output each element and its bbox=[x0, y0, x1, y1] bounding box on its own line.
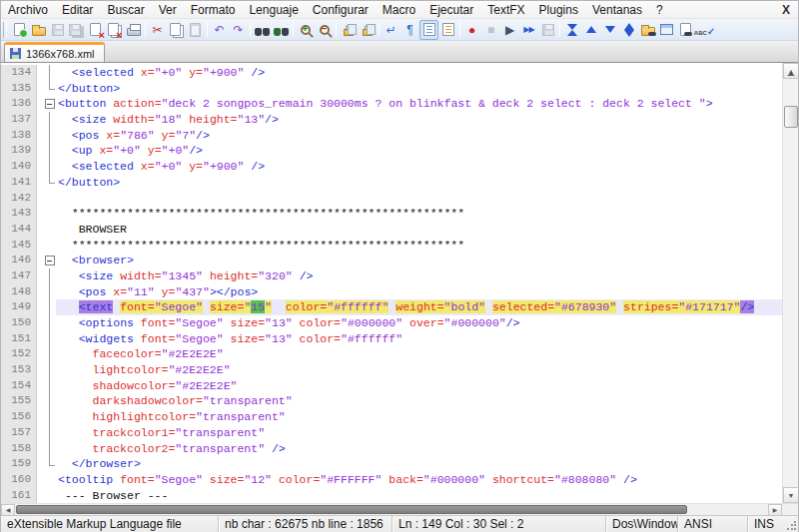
menu-plugins[interactable]: Plugins bbox=[532, 3, 585, 17]
code-text: </button> bbox=[56, 175, 782, 191]
code-line-158[interactable]: 158 trackcolor2="transparent" /> bbox=[1, 441, 782, 457]
code-line-134[interactable]: 134 <selected x="+0" y="+900" /> bbox=[1, 65, 782, 81]
code-text: trackcolor2="transparent" /> bbox=[56, 441, 782, 457]
spell-check-button[interactable] bbox=[695, 20, 714, 40]
code-line-157[interactable]: 157 trackcolor1="transparent" bbox=[1, 425, 782, 441]
line-number: 137 bbox=[1, 112, 37, 128]
toolbar-grip[interactable] bbox=[3, 22, 7, 38]
code-line-141[interactable]: 141</button> bbox=[1, 175, 782, 191]
code-line-138[interactable]: 138 <pos x="786" y="7"/> bbox=[1, 128, 782, 144]
fold-collapse-icon[interactable] bbox=[43, 253, 56, 268]
textfx-down-button[interactable] bbox=[600, 20, 619, 40]
word-wrap-button[interactable]: ↵ bbox=[382, 20, 400, 40]
menu-macro[interactable]: Macro bbox=[376, 3, 422, 17]
code-line-149[interactable]: 149 <text font="Segoe" size="15" color="… bbox=[1, 299, 782, 315]
zoom-out-button[interactable] bbox=[315, 20, 334, 40]
code-line-154[interactable]: 154 shadowcolor="#2E2E2E" bbox=[1, 378, 782, 394]
paste-button[interactable] bbox=[186, 20, 205, 40]
vertical-scrollbar-thumb[interactable] bbox=[784, 106, 798, 128]
menu-buscar[interactable]: Buscar bbox=[100, 3, 151, 17]
code-line-152[interactable]: 152 facecolor="#2E2E2E" bbox=[1, 346, 782, 362]
window-close-button[interactable]: X bbox=[774, 3, 798, 17]
menu-textfx[interactable]: TextFX bbox=[480, 3, 531, 17]
menu-ver[interactable]: Ver bbox=[152, 3, 184, 17]
macro-record-button[interactable]: ● bbox=[462, 20, 481, 40]
menu-configurar[interactable]: Configurar bbox=[306, 3, 376, 17]
scroll-right-arrow-icon[interactable]: ▶ bbox=[768, 504, 782, 516]
code-line-144[interactable]: 144 BROWSER bbox=[1, 222, 782, 238]
undo-button[interactable]: ↶ bbox=[210, 20, 229, 40]
macro-save-button[interactable] bbox=[538, 20, 557, 40]
close-file-button[interactable] bbox=[86, 20, 105, 40]
save-all-icon bbox=[69, 24, 81, 36]
save-file-button[interactable] bbox=[48, 20, 67, 40]
new-window-button[interactable] bbox=[657, 20, 676, 40]
menu-ejecutar[interactable]: Ejecutar bbox=[422, 3, 480, 17]
macro-run-multiple-button[interactable]: ▶▶ bbox=[519, 20, 538, 40]
code-line-146[interactable]: 146 <browser> bbox=[1, 253, 782, 268]
code-area[interactable]: 134 <selected x="+0" y="+900" />135</but… bbox=[1, 63, 782, 503]
horizontal-scrollbar[interactable]: ◀ ▶ bbox=[1, 503, 782, 515]
code-line-150[interactable]: 150 <options font="Segoe" size="13" colo… bbox=[1, 315, 782, 331]
textfx-first-button[interactable] bbox=[562, 20, 581, 40]
find-results-button[interactable] bbox=[676, 20, 695, 40]
close-all-button[interactable] bbox=[105, 20, 124, 40]
show-indent-guide-button[interactable] bbox=[419, 20, 438, 40]
code-line-140[interactable]: 140 <selected x="+0" y="+900" /> bbox=[1, 159, 782, 175]
print-button[interactable] bbox=[124, 20, 143, 40]
tab-active[interactable]: 1366x768.xml bbox=[4, 42, 105, 62]
sync-vertical-scrolling-button[interactable] bbox=[339, 20, 358, 40]
horizontal-scrollbar-thumb[interactable] bbox=[16, 505, 687, 514]
code-line-153[interactable]: 153 lightcolor="#2E2E2E" bbox=[1, 362, 782, 378]
code-line-139[interactable]: 139 <up x="+0" y="+0"/> bbox=[1, 143, 782, 159]
textfx-up-button[interactable] bbox=[581, 20, 600, 40]
open-file-button[interactable] bbox=[29, 20, 48, 40]
code-line-160[interactable]: 160<tooltip font="Segoe" size="12" color… bbox=[1, 472, 782, 488]
find-replace-button[interactable] bbox=[272, 20, 291, 40]
code-line-151[interactable]: 151 <widgets font="Segoe" size="13" colo… bbox=[1, 331, 782, 347]
line-number: 138 bbox=[1, 128, 37, 144]
spell-check-icon bbox=[694, 21, 715, 39]
fold-margin bbox=[43, 472, 56, 488]
macro-play-button[interactable]: ▶ bbox=[500, 20, 519, 40]
code-line-136[interactable]: 136<button action="deck 2 songpos_remain… bbox=[1, 96, 782, 112]
zoom-in-button[interactable] bbox=[296, 20, 315, 40]
menu-archivo[interactable]: Archivo bbox=[1, 3, 55, 17]
show-all-characters-button[interactable]: ¶ bbox=[400, 20, 419, 40]
sync-horizontal-scrolling-button[interactable] bbox=[358, 20, 377, 40]
undo-icon: ↶ bbox=[214, 24, 224, 36]
fold-collapse-icon[interactable] bbox=[43, 96, 56, 112]
menu-editar[interactable]: Editar bbox=[55, 3, 100, 17]
cut-icon: ✂ bbox=[152, 24, 162, 36]
user-defined-dialog-button[interactable] bbox=[438, 20, 457, 40]
textfx-last-button[interactable] bbox=[619, 20, 638, 40]
resize-grip[interactable] bbox=[786, 521, 796, 531]
code-line-155[interactable]: 155 darkshadowcolor="transparent" bbox=[1, 393, 782, 409]
code-line-142[interactable]: 142 bbox=[1, 191, 782, 207]
code-line-145[interactable]: 145 ************************************… bbox=[1, 238, 782, 254]
menu-help[interactable]: ? bbox=[649, 3, 670, 17]
code-line-137[interactable]: 137 <size width="18" height="13"/> bbox=[1, 112, 782, 128]
find-in-files-button[interactable] bbox=[638, 20, 657, 40]
scroll-down-arrow-icon[interactable]: ▼ bbox=[783, 487, 798, 503]
vertical-scrollbar[interactable]: ▲ ▼ bbox=[782, 63, 798, 503]
cut-button[interactable]: ✂ bbox=[148, 20, 167, 40]
menu-formato[interactable]: Formato bbox=[184, 3, 243, 17]
find-button[interactable] bbox=[253, 20, 272, 40]
code-line-159[interactable]: 159 </browser> bbox=[1, 456, 782, 472]
code-line-161[interactable]: 161 --- Browser --- bbox=[1, 488, 782, 503]
copy-button[interactable] bbox=[167, 20, 186, 40]
menu-lenguaje[interactable]: Lenguaje bbox=[242, 3, 305, 17]
code-line-147[interactable]: 147 <size width="1345" height="320" /> bbox=[1, 268, 782, 284]
new-file-button[interactable] bbox=[10, 20, 29, 40]
redo-button[interactable]: ↷ bbox=[229, 20, 248, 40]
code-line-143[interactable]: 143 ************************************… bbox=[1, 206, 782, 222]
code-line-135[interactable]: 135</button> bbox=[1, 81, 782, 97]
scroll-up-arrow-icon[interactable]: ▲ bbox=[783, 63, 798, 79]
scroll-left-arrow-icon[interactable]: ◀ bbox=[1, 504, 15, 516]
code-line-156[interactable]: 156 highlightcolor="transparent" bbox=[1, 409, 782, 425]
save-all-button[interactable] bbox=[67, 20, 86, 40]
macro-stop-button[interactable]: ■ bbox=[481, 20, 500, 40]
menu-ventanas[interactable]: Ventanas bbox=[585, 3, 649, 17]
code-line-148[interactable]: 148 <pos x="11" y="437"></pos> bbox=[1, 284, 782, 300]
